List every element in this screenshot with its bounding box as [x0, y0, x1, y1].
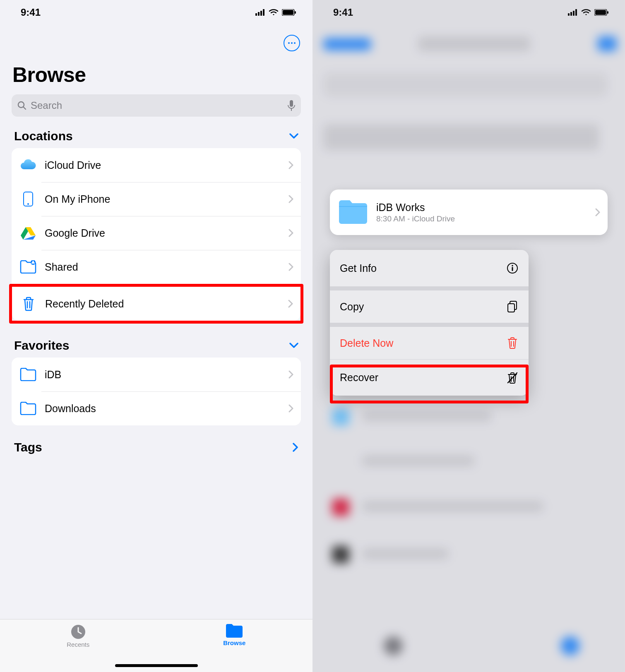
- trash-icon: [506, 337, 519, 349]
- tab-label: Recents: [67, 641, 89, 648]
- recently-deleted-highlight: Recently Deleted: [9, 284, 303, 324]
- row-label: iCloud Drive: [45, 159, 281, 171]
- svg-rect-30: [508, 304, 514, 312]
- svg-rect-5: [283, 10, 293, 15]
- selected-item-card[interactable]: iDB Works 8:30 AM - iCloud Drive: [330, 190, 608, 235]
- status-bar: 9:41: [0, 0, 312, 25]
- header-actions: [0, 25, 312, 55]
- chevron-right-icon: [288, 370, 293, 379]
- folder-icon: [19, 365, 37, 384]
- svg-rect-9: [290, 100, 293, 107]
- recover-icon: [506, 372, 519, 384]
- chevron-right-icon: [288, 300, 293, 308]
- left-screenshot: 9:41 Browse Locations: [0, 0, 312, 672]
- svg-point-27: [512, 265, 513, 266]
- locations-title: Locations: [14, 129, 73, 143]
- cloud-icon: [19, 156, 37, 174]
- battery-icon: [282, 9, 296, 16]
- menu-label: Delete Now: [340, 337, 393, 349]
- svg-rect-3: [263, 9, 264, 16]
- selected-subtitle: 8:30 AM - iCloud Drive: [376, 214, 588, 223]
- chevron-down-icon: [289, 343, 298, 348]
- row-label: Downloads: [45, 403, 281, 415]
- locations-header[interactable]: Locations: [0, 129, 312, 148]
- tab-recents[interactable]: Recents: [41, 624, 115, 648]
- chevron-right-icon: [288, 229, 293, 237]
- iphone-icon: [19, 190, 37, 208]
- row-label: Recently Deleted: [45, 298, 281, 310]
- chevron-right-icon: [293, 443, 298, 452]
- favorites-header[interactable]: Favorites: [0, 338, 312, 358]
- tab-bar: Recents Browse: [0, 619, 312, 672]
- more-button[interactable]: [284, 35, 300, 51]
- tags-title: Tags: [14, 440, 42, 454]
- location-recently-deleted[interactable]: Recently Deleted: [12, 287, 300, 321]
- google-drive-icon: [19, 224, 37, 242]
- context-menu: Get Info Copy Delete Now Recover: [330, 250, 529, 396]
- page-title: Browse: [0, 55, 312, 94]
- info-icon: [506, 262, 519, 274]
- favorites-title: Favorites: [14, 338, 69, 353]
- locations-list: iCloud Drive On My iPhone Google Drive: [12, 148, 301, 284]
- row-label: On My iPhone: [45, 193, 281, 205]
- copy-icon: [506, 300, 519, 313]
- svg-rect-6: [295, 11, 296, 14]
- svg-rect-28: [512, 267, 513, 271]
- menu-label: Recover: [340, 372, 378, 384]
- search-input[interactable]: [31, 100, 284, 111]
- chevron-right-icon: [288, 161, 293, 169]
- shared-folder-icon: [19, 258, 37, 276]
- svg-point-12: [27, 203, 29, 205]
- location-google-drive[interactable]: Google Drive: [12, 216, 301, 250]
- tab-browse[interactable]: Browse: [197, 624, 272, 646]
- favorites-list: iDB Downloads: [12, 358, 301, 425]
- location-icloud-drive[interactable]: iCloud Drive: [12, 148, 301, 182]
- menu-get-info[interactable]: Get Info: [330, 250, 529, 286]
- search-bar[interactable]: [12, 94, 301, 117]
- tab-label: Browse: [223, 639, 245, 646]
- favorite-idb[interactable]: iDB: [12, 358, 301, 391]
- row-label: Shared: [45, 261, 281, 273]
- chevron-right-icon: [288, 195, 293, 203]
- svg-line-8: [24, 107, 26, 110]
- search-icon: [17, 101, 26, 110]
- chevron-down-icon: [289, 133, 298, 139]
- trash-icon: [19, 295, 38, 313]
- status-time: 9:41: [21, 7, 41, 18]
- row-label: Google Drive: [45, 227, 281, 239]
- menu-copy[interactable]: Copy: [330, 286, 529, 323]
- clock-icon: [70, 624, 87, 640]
- menu-recover[interactable]: Recover: [330, 359, 529, 396]
- folder-icon: [19, 399, 37, 418]
- wifi-icon: [269, 9, 279, 16]
- microphone-icon[interactable]: [288, 100, 295, 111]
- chevron-right-icon: [288, 263, 293, 271]
- menu-delete-now[interactable]: Delete Now: [330, 323, 529, 359]
- folder-icon: [225, 624, 243, 638]
- menu-label: Get Info: [340, 262, 377, 274]
- favorite-downloads[interactable]: Downloads: [12, 391, 301, 425]
- selected-title: iDB Works: [376, 202, 588, 214]
- svg-rect-0: [255, 13, 257, 16]
- row-label: iDB: [45, 369, 281, 381]
- cellular-icon: [255, 9, 265, 16]
- svg-rect-2: [260, 11, 262, 16]
- status-icons: [255, 9, 296, 16]
- folder-icon: [337, 199, 369, 226]
- chevron-right-icon: [288, 404, 293, 413]
- right-screenshot: 9:41 iDB Works 8:30 AM - iCloud Drive Ge…: [312, 0, 625, 672]
- chevron-right-icon: [595, 208, 600, 216]
- location-shared[interactable]: Shared: [12, 250, 301, 284]
- location-on-my-iphone[interactable]: On My iPhone: [12, 182, 301, 216]
- home-indicator: [115, 664, 198, 667]
- tags-header[interactable]: Tags: [0, 440, 312, 459]
- menu-label: Copy: [340, 301, 364, 313]
- svg-rect-1: [258, 12, 260, 16]
